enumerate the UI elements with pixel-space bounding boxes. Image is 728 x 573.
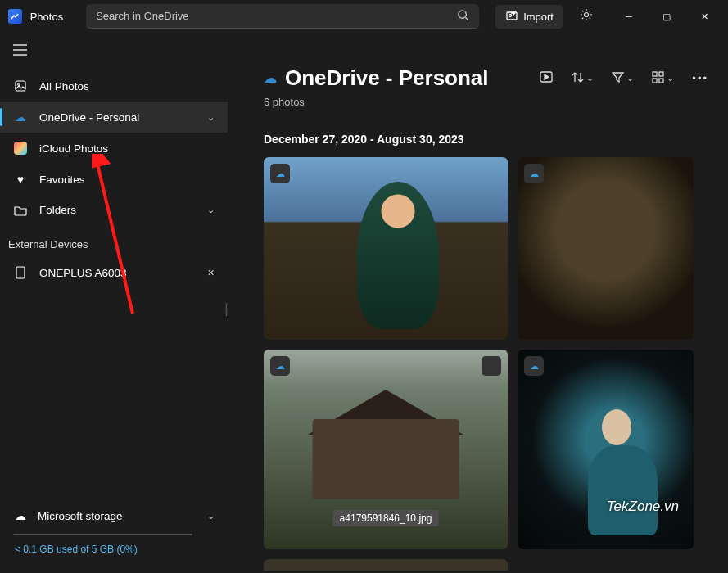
- page-title: ☁ OneDrive - Personal: [264, 65, 489, 91]
- storage-label: Microsoft storage: [38, 510, 197, 522]
- photo-count: 6 photos: [264, 96, 712, 108]
- window-close-button[interactable]: ✕: [685, 4, 723, 29]
- settings-button[interactable]: [572, 4, 602, 29]
- cloud-icon: ☁: [264, 70, 277, 86]
- phone-icon: [13, 266, 28, 279]
- filter-icon: [612, 71, 624, 86]
- svg-rect-15: [653, 72, 657, 76]
- cloud-icon: ☁: [13, 509, 28, 522]
- play-icon: [539, 70, 554, 87]
- storage-button[interactable]: ☁ Microsoft storage ⌄: [8, 503, 219, 529]
- more-icon: •••: [692, 72, 708, 84]
- sidebar-item-icloud[interactable]: iCloud Photos: [0, 133, 228, 164]
- svg-point-9: [18, 83, 20, 86]
- main-content: ☁ OneDrive - Personal ⌄ ⌄ ⌄ ••• 6 photos…: [228, 33, 728, 573]
- hamburger-icon: [13, 44, 27, 58]
- eject-device-button[interactable]: ✕: [207, 268, 215, 278]
- storage-usage-text: < 0.1 GB used of 5 GB (0%): [8, 540, 219, 570]
- photo-thumbnail[interactable]: [264, 559, 508, 571]
- watermark-text: TekZone.vn: [607, 499, 679, 515]
- sidebar: All Photos ☁ OneDrive - Personal ⌄ iClou…: [0, 33, 228, 573]
- external-devices-header: External Devices: [0, 225, 228, 257]
- window-maximize-button[interactable]: ▢: [648, 4, 685, 29]
- sidebar-item-label: OneDrive - Personal: [39, 111, 196, 124]
- svg-line-1: [465, 17, 468, 20]
- selection-checkbox[interactable]: [482, 356, 501, 376]
- cloud-badge-icon: ☁: [524, 356, 544, 376]
- svg-marker-14: [545, 74, 549, 79]
- photo-thumbnail[interactable]: ☁ TekZone.vn: [518, 350, 694, 549]
- import-label: Import: [523, 11, 554, 23]
- search-placeholder: Search in OneDrive: [96, 10, 457, 22]
- cloud-badge-icon: ☁: [270, 356, 290, 376]
- folder-icon: [13, 205, 28, 216]
- sidebar-item-label: iCloud Photos: [39, 142, 215, 155]
- minimize-icon: ─: [626, 11, 632, 21]
- sidebar-device-item[interactable]: ONEPLUS A6003 ✕: [0, 257, 228, 288]
- svg-point-4: [585, 13, 589, 17]
- view-mode-button[interactable]: ⌄: [649, 68, 677, 89]
- page-title-text: OneDrive - Personal: [285, 65, 489, 91]
- storage-usage-bar: [13, 534, 192, 535]
- chevron-down-icon: ⌄: [207, 205, 215, 215]
- chevron-down-icon: ⌄: [667, 73, 674, 83]
- sidebar-item-favorites[interactable]: ♥ Favorites: [0, 164, 228, 195]
- icloud-icon: [13, 142, 28, 155]
- sidebar-item-label: Favorites: [39, 174, 215, 186]
- gear-icon: [580, 8, 593, 25]
- filename-tooltip: a4179591846_10.jpg: [333, 510, 439, 526]
- svg-point-0: [459, 10, 466, 17]
- svg-point-3: [509, 14, 512, 16]
- close-icon: ✕: [701, 11, 708, 22]
- photo-grid: ☁ ☁ ☁ a4179591846_10.jpg ☁ TekZone.vn: [264, 157, 712, 549]
- cloud-badge-icon: ☁: [524, 164, 544, 183]
- cloud-icon: ☁: [13, 111, 28, 124]
- sort-icon: [572, 71, 584, 86]
- date-group-header: December 27, 2020 - August 30, 2023: [264, 133, 712, 146]
- photo-thumbnail[interactable]: ☁: [264, 157, 508, 340]
- window-minimize-button[interactable]: ─: [610, 4, 648, 29]
- sidebar-item-label: Folders: [39, 204, 196, 216]
- device-label: ONEPLUS A6003: [39, 267, 196, 279]
- import-icon: [505, 9, 518, 25]
- svg-rect-17: [653, 79, 657, 83]
- import-button[interactable]: Import: [495, 5, 563, 29]
- more-button[interactable]: •••: [689, 69, 712, 88]
- svg-rect-16: [659, 72, 663, 76]
- maximize-icon: ▢: [662, 11, 671, 22]
- sidebar-item-onedrive[interactable]: ☁ OneDrive - Personal ⌄: [0, 102, 228, 133]
- chevron-down-icon: ⌄: [586, 73, 594, 83]
- filter-button[interactable]: ⌄: [608, 68, 637, 89]
- grid-icon: [652, 71, 664, 86]
- svg-rect-10: [16, 267, 25, 278]
- photo-thumbnail[interactable]: ☁ a4179591846_10.jpg: [264, 350, 508, 549]
- sidebar-item-all-photos[interactable]: All Photos: [0, 70, 228, 102]
- sort-button[interactable]: ⌄: [568, 68, 597, 89]
- cloud-badge-icon: ☁: [270, 164, 290, 183]
- svg-rect-8: [16, 81, 25, 91]
- app-icon: [8, 9, 22, 24]
- heart-icon: ♥: [13, 173, 28, 186]
- hamburger-button[interactable]: [0, 33, 228, 70]
- sidebar-item-label: All Photos: [39, 80, 215, 92]
- sidebar-item-folders[interactable]: Folders ⌄: [0, 195, 228, 225]
- search-icon: [457, 9, 469, 24]
- slideshow-button[interactable]: [536, 66, 557, 90]
- chevron-down-icon: ⌄: [207, 511, 215, 521]
- chevron-down-icon: ⌄: [626, 73, 634, 83]
- svg-rect-18: [659, 79, 663, 83]
- photo-thumbnail[interactable]: ☁: [518, 157, 694, 340]
- search-input[interactable]: Search in OneDrive: [86, 4, 479, 29]
- gallery-icon: [13, 79, 28, 92]
- app-title: Photos: [30, 11, 63, 23]
- chevron-down-icon: ⌄: [207, 112, 215, 123]
